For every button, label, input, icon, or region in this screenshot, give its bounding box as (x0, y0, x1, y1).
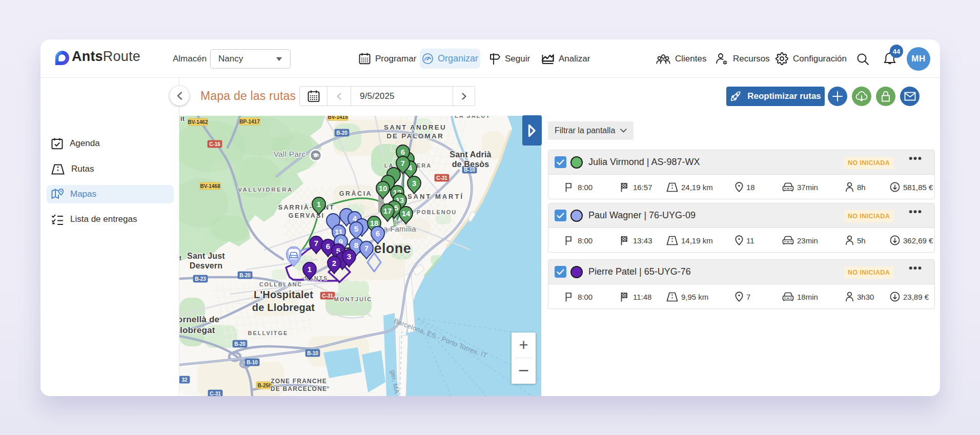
svg-text:C-31: C-31 (210, 391, 221, 396)
svg-text:DE BARCELONE: DE BARCELONE (271, 385, 327, 392)
svg-text:6: 6 (401, 148, 405, 156)
svg-text:de Llobregat: de Llobregat (252, 302, 315, 313)
svg-text:LA SALUT: LA SALUT (455, 116, 491, 119)
svg-text:6: 6 (326, 242, 330, 251)
svg-text:DE PALOMAR: DE PALOMAR (386, 132, 444, 140)
svg-text:B-10: B-10 (247, 360, 258, 365)
svg-text:B-20: B-20 (234, 341, 246, 347)
svg-text:SANT MARTÍ: SANT MARTÍ (407, 193, 464, 200)
svg-text:2: 2 (332, 259, 336, 267)
svg-text:at: at (179, 254, 182, 262)
svg-text:3: 3 (412, 179, 416, 188)
svg-text:B-20: B-20 (239, 273, 251, 278)
svg-text:7: 7 (401, 159, 405, 168)
svg-text:de Besòs: de Besòs (452, 160, 489, 169)
svg-text:32: 32 (181, 377, 188, 383)
svg-text:BV-1468: BV-1468 (200, 183, 220, 189)
svg-text:SANT ANDREU: SANT ANDREU (384, 123, 446, 131)
svg-text:Sant Just: Sant Just (187, 252, 225, 260)
svg-text:a Família: a Família (383, 224, 416, 233)
svg-text:BV-1462: BV-1462 (188, 119, 208, 125)
svg-text:1: 1 (317, 200, 321, 209)
svg-text:GRÀCIA: GRÀCIA (339, 190, 372, 197)
svg-text:17: 17 (383, 206, 392, 215)
svg-text:C-31: C-31 (436, 175, 447, 181)
svg-text:L'Hospitalet: L'Hospitalet (254, 289, 313, 300)
svg-text:B-10: B-10 (307, 350, 318, 356)
svg-text:1: 1 (308, 265, 312, 274)
svg-text:BELLVITGE: BELLVITGE (248, 330, 289, 336)
svg-text:8: 8 (354, 241, 358, 250)
svg-text:Vall Parc: Vall Parc (274, 150, 306, 158)
svg-text:5: 5 (354, 224, 358, 233)
svg-text:C-31: C-31 (322, 293, 333, 299)
svg-text:Desvern: Desvern (190, 261, 223, 270)
svg-text:it: it (180, 116, 185, 122)
svg-text:ornellà de: ornellà de (179, 315, 219, 324)
svg-text:7: 7 (364, 244, 369, 253)
svg-text:BP-1417: BP-1417 (239, 119, 260, 125)
svg-text:COLLBLANC: COLLBLANC (259, 281, 303, 287)
svg-text:14: 14 (402, 209, 411, 218)
svg-text:6: 6 (376, 229, 380, 238)
svg-text:ZONE FRANCHE: ZONE FRANCHE (271, 378, 327, 385)
svg-text:7: 7 (314, 239, 318, 247)
svg-text:BV-1415: BV-1415 (328, 116, 348, 120)
svg-text:MONTJUÏC: MONTJUÏC (334, 296, 372, 302)
svg-text:B-20: B-20 (336, 130, 348, 136)
svg-text:B-23: B-23 (195, 276, 206, 282)
svg-text:10: 10 (379, 184, 387, 193)
svg-text:C-16: C-16 (209, 141, 220, 147)
svg-text:3: 3 (347, 252, 351, 261)
svg-text:VALLVIDRERA: VALLVIDRERA (238, 187, 293, 193)
svg-text:B-250: B-250 (257, 383, 272, 388)
svg-text:POBLENOU: POBLENOU (417, 209, 457, 215)
svg-text:Llobregat: Llobregat (179, 325, 215, 335)
svg-text:Sant Adrià: Sant Adrià (450, 150, 491, 159)
svg-text:SARRIÀ-SANT: SARRIÀ-SANT (278, 203, 335, 211)
